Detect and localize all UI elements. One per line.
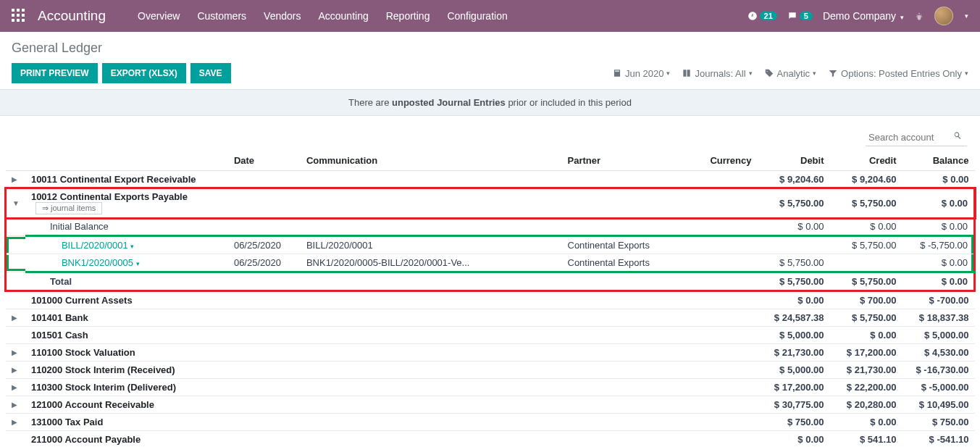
nav-vendors[interactable]: Vendors [255,10,309,22]
expand-caret-icon[interactable]: ▶ [6,344,25,362]
account-row[interactable]: ▶110100 Stock Valuation$ 21,730.00$ 17,2… [6,344,975,362]
nav-reporting[interactable]: Reporting [377,10,439,22]
account-row[interactable]: ▶110200 Stock Interim (Received)$ 5,000.… [6,362,975,379]
options-filter[interactable]: Options: Posted Entries Only▾ [828,68,968,79]
account-row[interactable]: ▶110300 Stock Interim (Delivered)$ 17,20… [6,379,975,396]
expand-caret-icon[interactable]: ▶ [6,396,25,414]
initial-balance-row: Initial Balance $ 0.00 $ 0.00 $ 0.00 [6,218,975,236]
app-title: Accounting [38,8,106,24]
nav-links: Overview Customers Vendors Accounting Re… [129,10,516,22]
collapse-caret-icon[interactable]: ▼ [6,188,25,218]
subheader: General Ledger PRINT PREVIEW EXPORT (XLS… [0,32,980,89]
messaging-button[interactable]: 5 [787,11,813,21]
nav-accounting[interactable]: Accounting [309,10,377,22]
date-filter[interactable]: Jun 2020▾ [612,68,671,79]
expand-caret-icon[interactable]: ▶ [6,414,25,431]
account-row[interactable]: ▶121000 Account Receivable$ 30,775.00$ 2… [6,396,975,414]
nav-overview[interactable]: Overview [129,10,188,22]
tag-icon [764,68,774,78]
expand-caret-icon[interactable]: ▶ [6,379,25,396]
analytic-filter[interactable]: Analytic▾ [764,68,817,79]
user-menu-caret[interactable]: ▾ [965,12,968,20]
account-row[interactable]: 101501 Cash$ 5,000.00$ 0.00$ 5,000.00 [6,327,975,344]
account-row[interactable]: ▶101401 Bank$ 24,587.38$ 5,750.00$ 18,83… [6,309,975,327]
total-row: Total $ 5,750.00 $ 5,750.00 $ 0.00 [6,272,975,291]
company-selector[interactable]: Demo Company ▾ [823,10,904,22]
print-preview-button[interactable]: PRINT PREVIEW [12,63,98,83]
ledger-table: Date Communication Partner Currency Debi… [4,151,976,447]
debug-icon[interactable] [914,10,924,22]
account-row[interactable]: ▶131000 Tax Paid$ 750.00$ 0.00$ 750.00 [6,414,975,431]
col-currency: Currency [692,151,758,171]
col-partner: Partner [562,151,692,171]
journals-filter[interactable]: Journals: All▾ [682,68,752,79]
activity-count: 21 [760,12,777,20]
nav-customers[interactable]: Customers [188,10,255,22]
activity-button[interactable]: 21 [747,11,777,21]
apps-icon[interactable] [12,9,26,23]
search-icon[interactable] [952,129,963,146]
topbar: Accounting Overview Customers Vendors Ac… [0,0,980,32]
clock-icon [747,11,758,21]
chat-icon [787,11,797,21]
account-row-expanded[interactable]: ▼ 10012 Continental Exports Payable ⇒ jo… [6,188,975,218]
export-xlsx-button[interactable]: EXPORT (XLSX) [102,63,186,83]
book-icon [682,68,692,78]
search-account-input[interactable] [866,129,967,146]
ledger-area: Date Communication Partner Currency Debi… [0,116,980,447]
col-credit: Credit [830,151,902,171]
col-date: Date [228,151,301,171]
page-title: General Ledger [12,41,968,56]
journal-entry-row[interactable]: BILL/2020/0001 ▾ 06/25/2020 BILL/2020/00… [6,236,975,254]
save-button[interactable]: SAVE [190,63,231,83]
journal-entry-row[interactable]: BNK1/2020/0005 ▾ 06/25/2020 BNK1/2020/00… [6,254,975,272]
expand-caret-icon[interactable]: ▶ [6,362,25,379]
col-balance: Balance [902,151,975,171]
filter-icon [828,68,838,78]
account-row[interactable]: 101000 Current Assets$ 0.00$ 700.00$ -70… [6,291,975,309]
entry-link[interactable]: BILL/2020/0001 [62,240,128,251]
expand-caret-icon[interactable]: ▶ [6,171,25,188]
journal-items-button[interactable]: ⇒ journal items [35,202,102,214]
entry-link[interactable]: BNK1/2020/0005 [62,257,133,268]
user-avatar[interactable] [934,7,953,25]
col-communication: Communication [301,151,562,171]
account-row[interactable]: 211000 Account Payable$ 0.00$ 541.10$ -5… [6,431,975,448]
unposted-warning-banner[interactable]: There are unposted Journal Entries prior… [0,89,980,116]
message-count: 5 [800,12,813,20]
calendar-icon [612,68,622,78]
col-debit: Debit [758,151,830,171]
nav-configuration[interactable]: Configuration [438,10,516,22]
expand-caret-icon[interactable]: ▶ [6,309,25,327]
account-row[interactable]: ▶ 10011 Continental Export Receivable $ … [6,171,975,188]
